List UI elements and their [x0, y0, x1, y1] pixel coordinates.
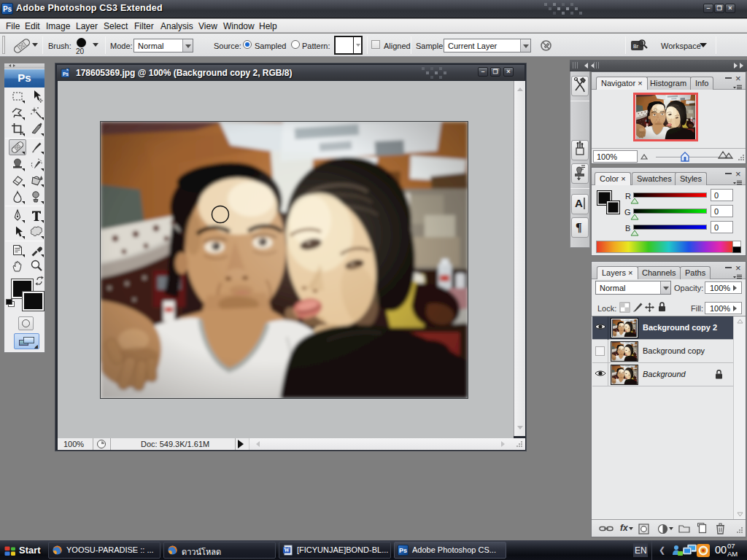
svg-text:W: W — [284, 547, 290, 553]
svg-text:Br: Br — [633, 44, 639, 49]
svg-text:¶: ¶ — [576, 221, 582, 233]
svg-text:Ps: Ps — [63, 71, 69, 77]
svg-text:A: A — [575, 197, 583, 209]
